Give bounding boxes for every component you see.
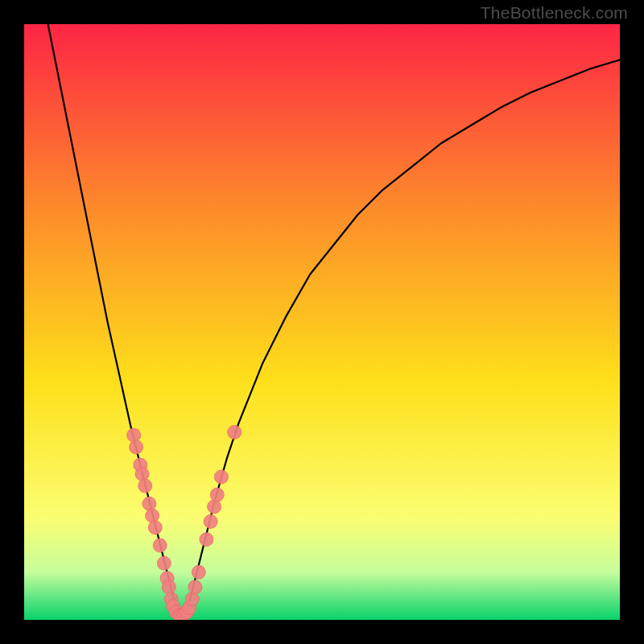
sample-point bbox=[138, 479, 152, 493]
plot-area bbox=[24, 24, 620, 620]
sample-point bbox=[146, 509, 159, 522]
sample-point bbox=[127, 428, 141, 442]
sample-point bbox=[204, 514, 217, 528]
sample-point bbox=[208, 500, 221, 514]
sample-point bbox=[157, 556, 171, 570]
sample-point bbox=[130, 440, 143, 454]
bottleneck-chart bbox=[24, 24, 620, 620]
chart-frame: TheBottleneck.com bbox=[0, 0, 644, 644]
sample-point bbox=[228, 425, 242, 439]
sample-point bbox=[153, 539, 167, 552]
sample-point bbox=[210, 488, 224, 502]
sample-point bbox=[162, 580, 175, 594]
sample-point bbox=[200, 533, 213, 547]
sample-point bbox=[142, 497, 156, 510]
sample-point bbox=[214, 470, 228, 484]
sample-point bbox=[192, 565, 205, 579]
sample-point bbox=[135, 467, 149, 481]
sample-point bbox=[148, 521, 162, 535]
sample-point bbox=[188, 580, 202, 594]
gradient-background bbox=[24, 24, 620, 620]
watermark-text: TheBottleneck.com bbox=[481, 3, 628, 23]
sample-point bbox=[185, 592, 199, 606]
